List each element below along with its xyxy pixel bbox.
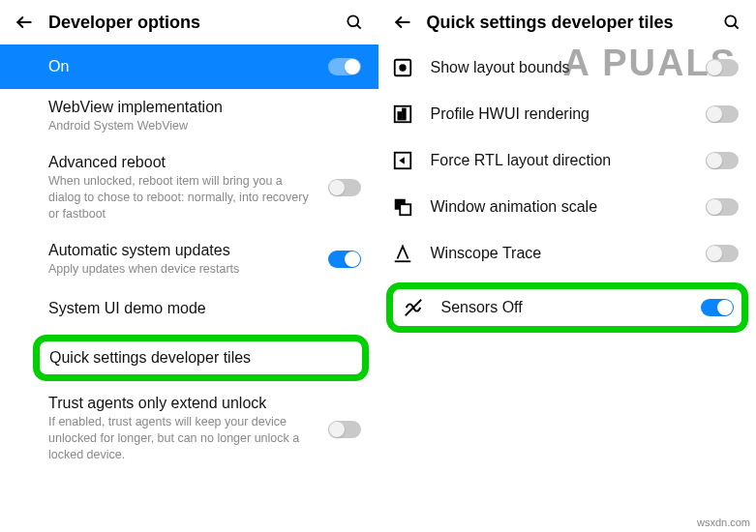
sensors-off-icon (401, 295, 426, 320)
hwui-row[interactable]: Profile HWUI rendering (378, 91, 757, 137)
layout-bounds-label: Show layout bounds (431, 59, 691, 76)
page-title: Quick settings developer tiles (427, 13, 709, 33)
source-watermark: wsxdn.com (697, 517, 750, 528)
demo-mode-row[interactable]: System UI demo mode (0, 286, 378, 331)
trust-agents-sub: If enabled, trust agents will keep your … (48, 414, 318, 463)
svg-point-7 (400, 65, 406, 71)
winanim-row[interactable]: Window animation scale (378, 184, 757, 230)
webview-row[interactable]: WebView implementation Android System We… (0, 89, 378, 144)
demo-mode-title: System UI demo mode (48, 300, 351, 317)
header-bar: Developer options (0, 0, 378, 44)
auto-updates-sub: Apply updates when device restarts (48, 261, 318, 278)
search-icon[interactable] (344, 12, 365, 33)
trust-agents-row[interactable]: Trust agents only extend unlock If enabl… (0, 385, 378, 473)
advanced-reboot-sub: When unlocked, reboot item will bring yo… (48, 173, 318, 222)
sensors-off-highlight: Sensors Off (386, 282, 749, 333)
sensors-off-toggle[interactable] (701, 299, 734, 316)
trust-agents-toggle[interactable] (328, 421, 361, 438)
svg-rect-9 (398, 112, 401, 119)
search-icon[interactable] (721, 12, 742, 33)
developer-options-screen: Developer options On WebView implementat… (0, 0, 378, 532)
svg-rect-10 (403, 109, 406, 120)
quick-settings-tiles-highlight: Quick settings developer tiles (33, 335, 369, 381)
winscope-label: Winscope Trace (431, 245, 691, 262)
svg-line-15 (405, 300, 421, 316)
rtl-toggle[interactable] (706, 152, 739, 169)
advanced-reboot-toggle[interactable] (328, 179, 361, 196)
advanced-reboot-title: Advanced reboot (48, 154, 318, 171)
winanim-icon (390, 194, 415, 220)
hwui-icon (390, 102, 415, 127)
back-icon[interactable] (392, 12, 413, 33)
back-icon[interactable] (14, 12, 35, 33)
quick-settings-tiles-title[interactable]: Quick settings developer tiles (49, 349, 352, 367)
webview-title: WebView implementation (48, 99, 351, 116)
hwui-toggle[interactable] (706, 105, 739, 123)
winscope-icon (390, 241, 415, 266)
svg-line-2 (356, 25, 360, 29)
webview-sub: Android System WebView (48, 118, 351, 134)
winscope-row[interactable]: Winscope Trace (378, 230, 757, 277)
auto-updates-title: Automatic system updates (48, 242, 318, 259)
svg-point-4 (725, 15, 736, 26)
master-toggle-label: On (48, 58, 318, 75)
svg-line-5 (735, 25, 739, 29)
rtl-label: Force RTL layout direction (431, 152, 691, 169)
rtl-icon (390, 148, 415, 173)
layout-bounds-toggle[interactable] (706, 59, 739, 76)
layout-bounds-row[interactable]: Show layout bounds (378, 44, 757, 91)
winanim-toggle[interactable] (706, 198, 739, 216)
header-bar: Quick settings developer tiles (378, 0, 757, 44)
winscope-toggle[interactable] (706, 245, 739, 262)
hwui-label: Profile HWUI rendering (431, 105, 691, 123)
quick-settings-tiles-screen: A PUALS Quick settings developer tiles S… (378, 0, 757, 532)
auto-updates-toggle[interactable] (328, 251, 361, 268)
auto-updates-row[interactable]: Automatic system updates Apply updates w… (0, 232, 378, 287)
layout-bounds-icon (390, 55, 415, 80)
master-toggle[interactable] (328, 58, 361, 75)
svg-point-1 (348, 15, 358, 26)
svg-rect-13 (400, 204, 410, 215)
rtl-row[interactable]: Force RTL layout direction (378, 137, 757, 184)
winanim-label: Window animation scale (431, 198, 691, 216)
sensors-off-label: Sensors Off (441, 299, 686, 316)
trust-agents-title: Trust agents only extend unlock (48, 395, 318, 412)
master-toggle-row[interactable]: On (0, 44, 378, 89)
page-title: Developer options (48, 13, 330, 33)
advanced-reboot-row[interactable]: Advanced reboot When unlocked, reboot it… (0, 144, 378, 232)
